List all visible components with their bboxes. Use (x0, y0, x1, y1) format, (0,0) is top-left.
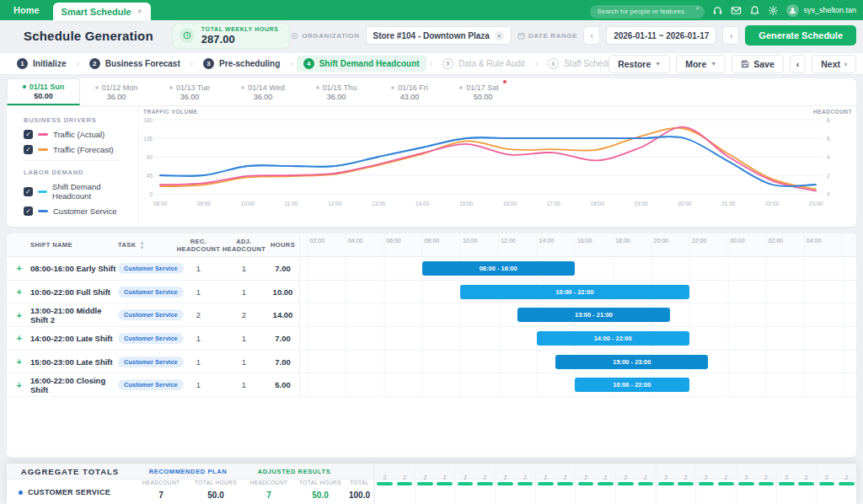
task-badge[interactable]: Customer Service (118, 333, 184, 344)
search-icon[interactable]: ⌕ (695, 3, 700, 13)
step-data-rule-audit[interactable]: 5Data & Rule Audit (436, 56, 532, 72)
hourly-total-value: 2 (603, 475, 607, 480)
step-pre-scheduling[interactable]: 3Pre-scheduling (196, 56, 287, 72)
adj-headcount-cell[interactable]: 1 (222, 373, 266, 396)
divider (24, 160, 121, 161)
prev-step-button[interactable]: ‹ (790, 55, 807, 73)
chevron-right-icon: › (76, 59, 78, 68)
task-badge[interactable]: Customer Service (118, 309, 184, 320)
demand-chart-card: 01/11 Sun50.0001/12 Mon36.0001/13 Tue36.… (7, 78, 856, 227)
column-task[interactable]: TASK ▲▼ (118, 233, 175, 256)
rec-headcount-cell[interactable]: 1 (175, 373, 222, 396)
bell-icon[interactable] (749, 5, 760, 16)
gantt-bar[interactable]: 13:00 - 21:00 (517, 308, 670, 322)
date-next-button[interactable]: › (722, 26, 739, 45)
hours-cell: 5.00 (266, 373, 299, 396)
gear-icon[interactable] (768, 5, 779, 16)
gantt-bar[interactable]: 15:00 - 23:00 (555, 355, 708, 369)
checkbox-checked-icon[interactable]: ✓ (24, 187, 33, 196)
timeline-hour-label: 20:00 (654, 238, 669, 244)
clear-icon[interactable]: × (495, 31, 504, 40)
adj-headcount-cell[interactable]: 1 (222, 351, 266, 373)
save-button[interactable]: Save (732, 55, 784, 73)
legend-item[interactable]: ✓Traffic (Actual) (24, 130, 138, 139)
date-prev-button[interactable]: ‹ (583, 26, 600, 45)
checkbox-checked-icon[interactable]: ✓ (24, 130, 33, 139)
hourly-total-bar (497, 482, 513, 485)
day-tab-0113[interactable]: 01/13 Tue36.00 (153, 78, 227, 105)
organization-select[interactable]: Store #104 - Downtown Plaza × (366, 26, 512, 45)
day-tab-0114[interactable]: 01/14 Wed36.00 (227, 78, 300, 105)
day-tab-0115[interactable]: 01/15 Thu36.00 (300, 78, 373, 105)
svg-text:0: 0 (149, 191, 153, 197)
day-tab-0111[interactable]: 01/11 Sun50.00 (7, 78, 80, 105)
task-badge[interactable]: Customer Service (118, 357, 184, 367)
step-business-forecast[interactable]: 2Business Forecast (83, 56, 187, 72)
user-chip[interactable]: sys_shelton.tan (786, 4, 856, 17)
next-step-button[interactable]: Next› (812, 55, 856, 73)
checkbox-checked-icon[interactable]: ✓ (24, 145, 33, 154)
column-rec-headcount: REC.HEADCOUNT (175, 233, 222, 256)
tab-home[interactable]: Home (0, 0, 53, 20)
adj-headcount-cell[interactable]: 2 (222, 303, 266, 326)
column-shift-name: SHIFT NAME (22, 233, 118, 256)
person-icon (789, 7, 796, 14)
day-tab-hours: 50.00 (474, 93, 493, 101)
tab-smart-schedule[interactable]: Smart Schedule × (53, 3, 151, 20)
rec-headcount-cell[interactable]: 1 (175, 351, 222, 373)
step-initialize[interactable]: 1Initialize (10, 56, 72, 72)
day-tab-0112[interactable]: 01/12 Mon36.00 (80, 78, 153, 105)
sort-icon[interactable]: ▲▼ (139, 240, 144, 250)
chevron-right-icon: › (290, 59, 292, 68)
gantt-row-pane: 08:00 - 16:00 (299, 257, 856, 280)
legend-item[interactable]: ✓Customer Service (24, 206, 138, 216)
rec-headcount-label: HEADCOUNT (133, 480, 189, 491)
svg-text:18:00: 18:00 (591, 201, 605, 206)
hourly-total-value: 2 (844, 475, 848, 480)
hours-cell: 14.00 (266, 303, 299, 326)
day-tab-hours: 36.00 (107, 93, 126, 101)
hourly-total-value: 2 (483, 475, 486, 480)
rec-headcount-cell[interactable]: 1 (175, 281, 222, 303)
legend-item[interactable]: ✓Shift Demand Headcount (24, 182, 138, 201)
rec-headcount-cell[interactable]: 1 (175, 327, 222, 350)
day-tab-hours: 36.00 (254, 93, 273, 101)
task-badge[interactable]: Customer Service (118, 379, 184, 390)
headset-icon[interactable] (712, 5, 723, 16)
page-header: Schedule Generation TOTAL WEEKLY HOURS 2… (0, 20, 863, 51)
adj-headcount-cell[interactable]: 1 (222, 327, 266, 350)
hourly-total-bar (618, 482, 634, 485)
table-row: +13:00-21:00 Middle Shift 2Customer Serv… (7, 303, 856, 327)
date-range-input[interactable]: 2026-01-11 ~ 2026-01-17 (606, 26, 716, 45)
rec-headcount-cell[interactable]: 1 (175, 257, 222, 280)
close-tab-icon[interactable]: × (137, 7, 142, 16)
rec-headcount-cell[interactable]: 2 (175, 303, 222, 326)
adj-total-hours-label: TOTAL HOURS (295, 480, 346, 491)
svg-text:19:00: 19:00 (634, 201, 648, 206)
gantt-bar[interactable]: 08:00 - 16:00 (422, 261, 575, 276)
legend-item[interactable]: ✓Traffic (Forecast) (24, 145, 138, 154)
hourly-total-cell: 2 (756, 464, 775, 504)
adj-headcount-label: HEADCOUNT (243, 480, 295, 491)
restore-button[interactable]: Restore▼ (608, 55, 670, 73)
gantt-bar[interactable]: 16:00 - 22:00 (575, 378, 689, 392)
timeline-hour-label: 14:00 (539, 238, 555, 244)
task-badge[interactable]: Customer Service (118, 263, 184, 274)
gantt-bar[interactable]: 10:00 - 22:00 (460, 285, 689, 299)
generate-schedule-button[interactable]: Generate Schedule (745, 25, 856, 46)
chevron-down-icon: ▼ (710, 61, 716, 67)
gantt-bar[interactable]: 14:00 - 22:00 (537, 331, 689, 346)
day-tab-0117[interactable]: 01/17 Sat50.00 (447, 78, 520, 105)
shift-name: 13:00-21:00 Middle Shift 2 (30, 306, 118, 324)
task-badge[interactable]: Customer Service (118, 287, 184, 298)
checkbox-checked-icon[interactable]: ✓ (24, 206, 33, 216)
mail-icon[interactable] (731, 5, 742, 16)
hourly-total-value: 2 (664, 475, 667, 480)
search-input[interactable] (590, 5, 705, 19)
step-shift-demand-headcount[interactable]: 4Shift Demand Headcount (297, 56, 426, 72)
more-button[interactable]: More▼ (676, 55, 726, 73)
hourly-total-bar (738, 482, 754, 485)
adj-headcount-cell[interactable]: 1 (222, 281, 266, 303)
day-tab-0116[interactable]: 01/16 Fri43.00 (373, 78, 447, 105)
adj-headcount-cell[interactable]: 1 (222, 257, 266, 280)
